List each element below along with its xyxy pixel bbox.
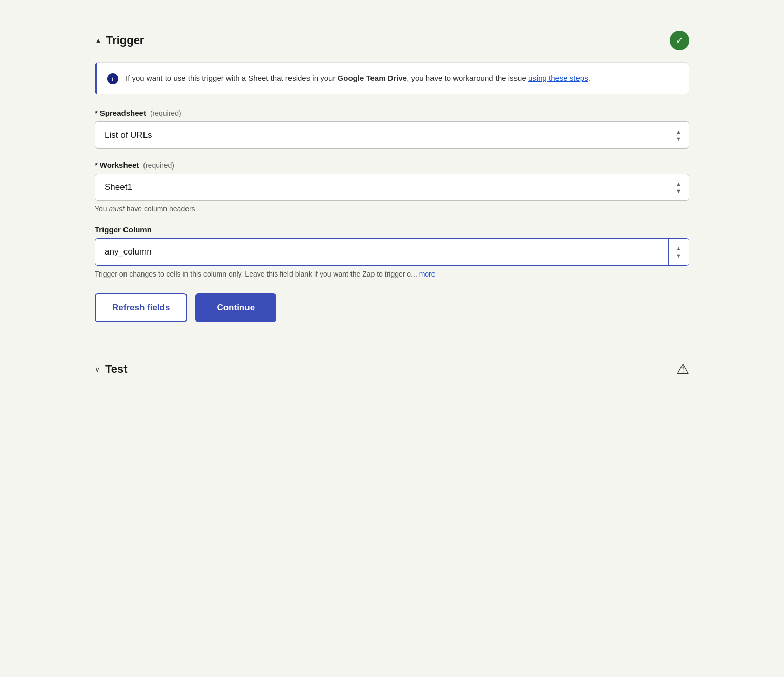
refresh-fields-button[interactable]: Refresh fields <box>95 293 187 322</box>
trigger-chevron-icon[interactable]: ▲ <box>95 36 102 45</box>
worksheet-required-text: (required) <box>143 161 174 170</box>
worksheet-star: * <box>95 161 98 170</box>
trigger-column-field-group: Trigger Column ▲ ▼ Trigger on changes to… <box>95 225 689 278</box>
info-text-before: If you want to use this trigger with a S… <box>126 74 338 82</box>
test-chevron-icon[interactable]: ∨ <box>95 365 100 373</box>
trigger-column-hint: Trigger on changes to cells in this colu… <box>95 270 689 278</box>
spreadsheet-label-text: Spreadsheet <box>100 109 146 117</box>
worksheet-label-text: Worksheet <box>100 161 139 170</box>
worksheet-label: * Worksheet (required) <box>95 161 689 170</box>
info-icon: i <box>107 73 118 84</box>
info-text-bold: Google Team Drive <box>338 74 407 82</box>
trigger-column-arrows-icon[interactable]: ▲ ▼ <box>668 239 689 265</box>
trigger-column-wrapper[interactable]: ▲ ▼ <box>95 238 689 266</box>
spreadsheet-required-text: (required) <box>150 109 181 117</box>
test-title: Test <box>105 363 128 376</box>
trigger-title-row: ▲ Trigger <box>95 34 144 47</box>
worksheet-field-group: * Worksheet (required) Sheet1 ▲ ▼ You mu… <box>95 161 689 213</box>
worksheet-hint: You must have column headers <box>95 205 689 213</box>
trigger-column-label-text: Trigger Column <box>95 225 152 234</box>
info-box: i If you want to use this trigger with a… <box>95 62 689 94</box>
spreadsheet-star: * <box>95 109 98 117</box>
worksheet-select-wrapper[interactable]: Sheet1 ▲ ▼ <box>95 174 689 201</box>
trigger-success-badge[interactable]: ✓ <box>670 31 689 50</box>
main-container: ▲ Trigger ✓ i If you want to use this tr… <box>95 20 689 383</box>
spreadsheet-select[interactable]: List of URLs <box>95 122 689 148</box>
warning-icon: ⚠ <box>676 361 689 377</box>
trigger-column-input[interactable] <box>95 239 668 265</box>
spreadsheet-select-wrapper[interactable]: List of URLs ▲ ▼ <box>95 121 689 149</box>
spreadsheet-label: * Spreadsheet (required) <box>95 109 689 117</box>
check-icon: ✓ <box>676 35 684 46</box>
worksheet-select[interactable]: Sheet1 <box>95 174 689 200</box>
info-text-after: , you have to workaround the issue <box>407 74 528 82</box>
form-section: * Spreadsheet (required) List of URLs ▲ … <box>95 109 689 322</box>
test-section: ∨ Test ⚠ <box>95 349 689 383</box>
info-text-end: . <box>588 74 590 82</box>
trigger-section: ▲ Trigger ✓ i If you want to use this tr… <box>95 20 689 332</box>
trigger-column-hint-text: Trigger on changes to cells in this colu… <box>95 270 417 278</box>
info-text: If you want to use this trigger with a S… <box>126 72 590 84</box>
trigger-title: Trigger <box>106 34 145 47</box>
trigger-header: ▲ Trigger ✓ <box>95 31 689 50</box>
trigger-column-more-link[interactable]: more <box>419 270 436 278</box>
button-row: Refresh fields Continue <box>95 293 689 322</box>
trigger-column-label: Trigger Column <box>95 225 689 234</box>
continue-button[interactable]: Continue <box>195 293 276 322</box>
test-title-row: ∨ Test <box>95 363 128 376</box>
spreadsheet-field-group: * Spreadsheet (required) List of URLs ▲ … <box>95 109 689 149</box>
info-link[interactable]: using these steps <box>528 74 588 82</box>
